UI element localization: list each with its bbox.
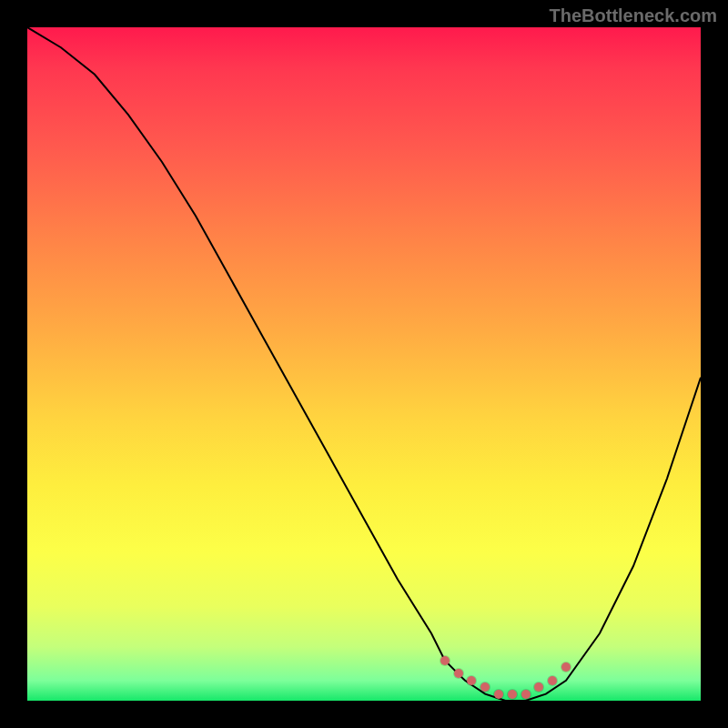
marker-dot <box>454 669 463 678</box>
marker-dot <box>440 656 450 665</box>
marker-dot <box>548 676 557 685</box>
marker-dot <box>534 682 543 692</box>
marker-dot <box>561 662 571 672</box>
watermark-text: TheBottleneck.com <box>550 5 717 26</box>
marker-dot <box>508 690 517 699</box>
marker-dot <box>494 690 503 699</box>
marker-dot <box>480 682 490 692</box>
marker-dot <box>467 676 476 685</box>
marker-band <box>27 27 701 701</box>
chart-plot-area <box>27 27 701 701</box>
marker-dot <box>521 690 531 699</box>
